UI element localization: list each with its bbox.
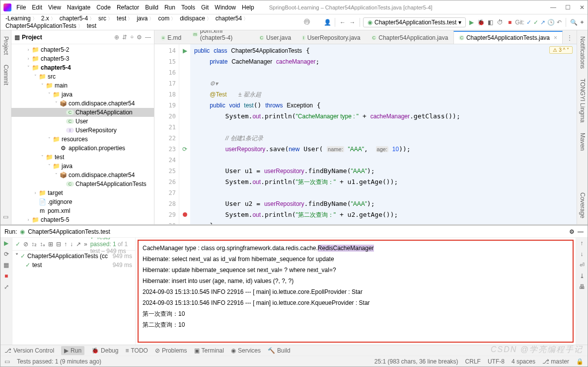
layout-button[interactable]: ⤢ — [4, 283, 9, 290]
tree-node[interactable]: mpom.xml — [11, 206, 154, 215]
editor-tab[interactable]: mpom.xml (chapter5-4) — [187, 30, 253, 44]
menu-refactor[interactable]: Refactor — [114, 2, 142, 12]
tool-commit[interactable]: Commit — [2, 63, 9, 87]
collapse-icon[interactable]: ⊟ — [56, 241, 61, 248]
menu-window[interactable]: Window — [212, 2, 239, 12]
tool-notifications[interactable]: Notifications — [579, 34, 586, 71]
bottom-tab-problems[interactable]: ⊘Problems — [155, 347, 187, 354]
run-settings-icon[interactable]: ⚙ — [569, 228, 575, 235]
code-editor[interactable]: public class Chapter54ApplicationTests {… — [190, 44, 577, 224]
crumb[interactable]: didispace — [178, 14, 214, 23]
minimize-button[interactable]: — — [550, 4, 556, 11]
editor-tab[interactable]: IUserRepository.java — [296, 31, 366, 44]
collapse-all-icon[interactable]: ÷ — [130, 34, 134, 41]
nav-member-icon[interactable]: ⓜ — [303, 17, 311, 27]
git-push-icon[interactable]: ↗ — [540, 19, 545, 26]
git-update-icon[interactable]: ✓ — [526, 19, 531, 26]
tree-node[interactable]: ˅📁java — [11, 162, 154, 171]
menu-file[interactable]: File — [13, 2, 29, 12]
line-separator[interactable]: CRLF — [465, 358, 481, 365]
menu-git[interactable]: Git — [198, 2, 212, 12]
run-button[interactable]: ▶ — [467, 17, 475, 27]
select-open-file-icon[interactable]: ⊕ — [114, 34, 119, 41]
bottom-tab-version-control[interactable]: ⎇Version Control — [4, 347, 54, 354]
show-ignored-icon[interactable]: ⊘ — [23, 241, 28, 248]
tree-node[interactable]: ˅📁test — [11, 153, 154, 162]
git-branch[interactable]: ⎇ master — [542, 358, 569, 365]
tree-node[interactable]: IUserRepository — [11, 126, 154, 135]
sort-icon[interactable]: ↕₂ — [31, 241, 37, 248]
bottom-tab-build[interactable]: 🔨Build — [268, 347, 291, 354]
expand-icon[interactable]: ⊞ — [48, 241, 53, 248]
stop-button[interactable]: ■ — [506, 17, 514, 27]
caret-position[interactable]: 25:1 (983 chars, 36 line breaks) — [374, 358, 458, 365]
menu-edit[interactable]: Edit — [29, 2, 45, 12]
bottom-tab-services[interactable]: ◉Services — [231, 347, 261, 354]
menu-navigate[interactable]: Navigate — [64, 2, 93, 12]
expand-all-icon[interactable]: ⇵ — [122, 34, 127, 41]
tool-coverage[interactable]: Coverage — [579, 190, 586, 220]
git-rollback-icon[interactable]: ↶ — [557, 19, 562, 26]
test-tree[interactable]: ˅✓Chapter54ApplicationTests (cc949 ms✓te… — [12, 251, 135, 345]
scroll-up-icon[interactable]: ↑ — [581, 240, 584, 247]
bottom-tab-debug[interactable]: 🐞Debug — [91, 347, 118, 354]
export-icon[interactable]: ↗ — [76, 241, 81, 248]
tree-node[interactable]: ›📁target — [11, 188, 154, 197]
console-output[interactable]: CacheManager type : class org.springfram… — [138, 240, 574, 343]
menu-help[interactable]: Help — [239, 2, 257, 12]
tree-node[interactable]: ˅📁main — [11, 81, 154, 90]
menu-build[interactable]: Build — [142, 2, 161, 12]
lock-icon[interactable]: 🔒 — [576, 358, 584, 365]
bottom-tab-terminal[interactable]: ▣Terminal — [194, 347, 224, 354]
close-tab-icon[interactable]: × — [554, 34, 557, 41]
rerun-button[interactable]: ▶ — [4, 240, 8, 247]
crumb[interactable]: java — [135, 14, 156, 23]
next-icon[interactable]: ↓ — [70, 241, 73, 248]
profile-button[interactable]: ⏱ — [496, 17, 505, 27]
more-icon[interactable]: » — [84, 241, 87, 248]
panel-settings-icon[interactable]: ⚙ — [137, 34, 142, 41]
menu-run[interactable]: Run — [161, 2, 178, 12]
rerun-failed-button[interactable]: ⟳ — [4, 251, 9, 258]
back-button[interactable]: ← — [338, 17, 347, 27]
soft-wrap-icon[interactable]: ⏎ — [580, 262, 585, 269]
tree-node[interactable]: CChapter54ApplicationTests — [11, 180, 154, 188]
toggle-auto-test-button[interactable]: ▦ — [3, 262, 9, 269]
crumb[interactable]: Chapter54ApplicationTests — [3, 21, 85, 30]
debug-button[interactable]: 🐞 — [477, 17, 485, 27]
tree-node[interactable]: CUser — [11, 117, 154, 126]
tree-node[interactable]: ›📁chapter5-5 — [11, 215, 154, 224]
hide-panel-icon[interactable]: — — [145, 34, 151, 41]
tree-node[interactable]: ⚙application.properties — [11, 144, 154, 153]
inspection-badge[interactable]: ⚠ 3 ^ ˅ — [549, 46, 573, 54]
project-tree[interactable]: ›📁chapter5-2›📁chapter5-3˅📁chapter5-4˅📁sr… — [11, 44, 154, 224]
print-icon[interactable]: 🖶 — [579, 283, 585, 290]
menu-view[interactable]: View — [45, 2, 64, 12]
maximize-button[interactable]: ☐ — [565, 4, 571, 11]
tree-node[interactable]: ˅📁chapter5-4 — [11, 63, 154, 72]
tree-node[interactable]: ˅📁resources — [11, 135, 154, 144]
project-view-icon[interactable]: ▦ — [14, 34, 20, 41]
tree-node[interactable]: 📄.gitignore — [11, 197, 154, 206]
tabs-more-icon[interactable]: ⋮ — [563, 32, 577, 44]
indent-info[interactable]: 4 spaces — [512, 358, 535, 365]
bottom-tab-run[interactable]: ▶Run — [61, 346, 84, 355]
tree-node[interactable]: ›📁chapter5-2 — [11, 45, 154, 54]
scroll-to-end-icon[interactable]: ⤓ — [580, 273, 585, 279]
bottom-tab-todo[interactable]: ≡TODO — [125, 347, 147, 354]
prev-icon[interactable]: ↑ — [64, 241, 67, 248]
run-config-selector[interactable]: ◉ Chapter54ApplicationTests.test ▾ — [363, 17, 466, 27]
sort-alpha-icon[interactable]: ↕ₐ — [40, 241, 45, 248]
editor-tab[interactable]: CChapter54ApplicationTests.java× — [453, 31, 563, 44]
tool-maven[interactable]: Maven — [579, 131, 586, 153]
test-node[interactable]: ✓test949 ms — [13, 261, 134, 270]
scroll-down-icon[interactable]: ↓ — [581, 251, 584, 258]
crumb[interactable]: test — [85, 21, 100, 30]
show-passed-icon[interactable]: ✓ — [15, 241, 20, 248]
hide-run-icon[interactable]: — — [578, 228, 584, 235]
crumb[interactable]: com — [156, 14, 178, 23]
menu-code[interactable]: Code — [93, 2, 114, 12]
status-icon[interactable]: ▭ — [4, 358, 10, 365]
tree-node[interactable]: CChapter54Application — [11, 108, 154, 117]
stop-tests-button[interactable]: ■ — [4, 273, 8, 279]
